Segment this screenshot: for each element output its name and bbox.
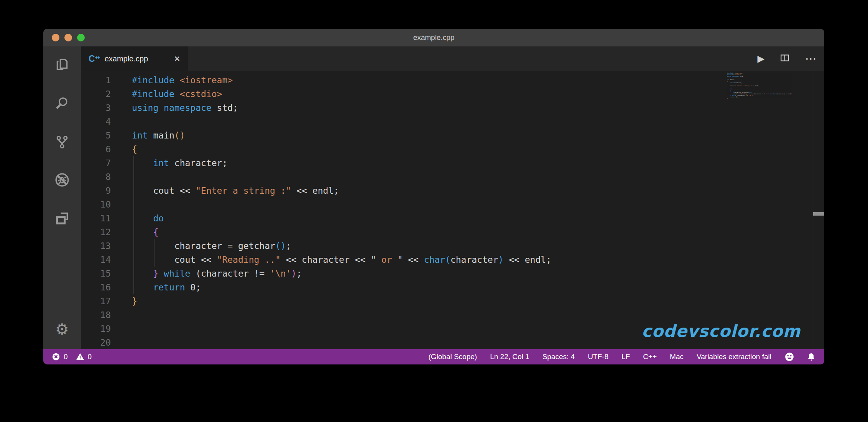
indent-guide bbox=[155, 239, 155, 267]
line-number: 12 bbox=[81, 225, 111, 239]
error-icon bbox=[52, 353, 60, 361]
status-bar: 0 0 (Global Scope)Ln 22, Col 1Spaces: 4U… bbox=[43, 349, 824, 364]
notifications-bell-icon[interactable] bbox=[807, 352, 816, 361]
code-line: 10 bbox=[81, 198, 824, 211]
more-actions-icon[interactable]: ⋯ bbox=[805, 55, 817, 63]
line-number: 16 bbox=[81, 280, 111, 294]
extensions-icon[interactable] bbox=[54, 210, 71, 227]
warning-count: 0 bbox=[88, 353, 92, 361]
scrollbar-indicator[interactable] bbox=[813, 212, 824, 216]
vscode-window: example.cpp bbox=[43, 29, 824, 364]
line-number: 14 bbox=[81, 253, 111, 267]
line-number: 3 bbox=[81, 101, 111, 115]
code-line: 13 character = getchar(); bbox=[81, 239, 824, 253]
code-line: 12 { bbox=[81, 225, 824, 239]
activity-bar: ⚙ bbox=[43, 46, 81, 349]
watermark: codevscolor.com bbox=[642, 321, 801, 341]
line-number: 7 bbox=[81, 156, 111, 170]
feedback-smiley-icon[interactable] bbox=[784, 352, 794, 362]
code-line bbox=[727, 103, 813, 104]
line-number: 1 bbox=[81, 73, 111, 87]
code-line: 7 int character; bbox=[81, 156, 824, 170]
tab-label: example.cpp bbox=[105, 54, 148, 63]
title-bar[interactable]: example.cpp bbox=[43, 29, 824, 46]
line-number: 17 bbox=[81, 294, 111, 308]
code-line: 9 cout << "Enter a string :" << endl; bbox=[81, 184, 824, 198]
error-count: 0 bbox=[64, 353, 68, 361]
indent-guide bbox=[133, 156, 134, 294]
line-number: 19 bbox=[81, 322, 111, 336]
code-line: 18 bbox=[81, 308, 824, 322]
tab-close-icon[interactable]: ✕ bbox=[174, 54, 180, 63]
code-line: 17} bbox=[81, 294, 824, 308]
code-line: 8 bbox=[81, 170, 824, 184]
minimap[interactable]: #include <iostream>#include <cstdio>usin… bbox=[725, 73, 813, 119]
line-number: 2 bbox=[81, 87, 111, 101]
status-eol[interactable]: LF bbox=[621, 353, 630, 361]
code-editor[interactable]: 1#include <iostream>2#include <cstdio>3u… bbox=[81, 71, 824, 349]
problems-indicator[interactable]: 0 0 bbox=[52, 353, 96, 361]
code-area: 1#include <iostream>2#include <cstdio>3u… bbox=[81, 73, 824, 349]
line-number: 11 bbox=[81, 211, 111, 225]
explorer-icon[interactable] bbox=[54, 56, 71, 73]
code-line: 4 bbox=[81, 115, 824, 129]
code-line: 14 cout << "Reading .." << character << … bbox=[81, 253, 824, 267]
status-scope[interactable]: (Global Scope) bbox=[428, 353, 477, 361]
debug-disabled-icon[interactable] bbox=[54, 171, 71, 188]
status-cursor-position[interactable]: Ln 22, Col 1 bbox=[490, 353, 529, 361]
editor-group: C++ example.cpp ✕ ▶ ⋯ 1#include bbox=[81, 46, 824, 349]
warning-icon bbox=[76, 353, 84, 361]
line-number: 10 bbox=[81, 198, 111, 211]
status-indentation[interactable]: Spaces: 4 bbox=[542, 353, 575, 361]
search-icon[interactable] bbox=[54, 95, 71, 112]
code-line: 15 } while (character != '\n'); bbox=[81, 267, 824, 280]
line-number: 18 bbox=[81, 308, 111, 322]
editor-actions: ▶ ⋯ bbox=[758, 46, 817, 71]
status-extension-message[interactable]: Variables extraction fail bbox=[697, 353, 771, 361]
code-line: 11 do bbox=[81, 211, 824, 225]
run-button[interactable]: ▶ bbox=[758, 53, 764, 64]
cpp-file-icon: C++ bbox=[89, 54, 100, 64]
status-right: (Global Scope)Ln 22, Col 1Spaces: 4UTF-8… bbox=[428, 353, 771, 361]
line-number: 5 bbox=[81, 129, 111, 142]
split-editor-icon[interactable] bbox=[780, 53, 790, 64]
status-language-mode[interactable]: C++ bbox=[643, 353, 657, 361]
code-line: 2#include <cstdio> bbox=[81, 87, 824, 101]
overview-ruler bbox=[813, 71, 824, 349]
code-line: 6{ bbox=[81, 142, 824, 156]
code-line: 16 return 0; bbox=[81, 280, 824, 294]
code-line: 5int main() bbox=[81, 129, 824, 142]
source-control-icon[interactable] bbox=[54, 134, 71, 150]
line-number: 15 bbox=[81, 267, 111, 280]
window-title: example.cpp bbox=[43, 29, 824, 46]
code-line: 3using namespace std; bbox=[81, 101, 824, 115]
desktop: { "window": { "title": "example.cpp", "t… bbox=[0, 0, 868, 422]
tab-example-cpp[interactable]: C++ example.cpp ✕ bbox=[81, 46, 188, 71]
settings-gear-icon[interactable]: ⚙ bbox=[54, 321, 71, 338]
status-encoding[interactable]: UTF-8 bbox=[588, 353, 608, 361]
line-number: 4 bbox=[81, 115, 111, 129]
line-number: 20 bbox=[81, 336, 111, 349]
line-number: 8 bbox=[81, 170, 111, 184]
code-line: 1#include <iostream> bbox=[81, 73, 824, 87]
status-platform[interactable]: Mac bbox=[670, 353, 684, 361]
tab-bar: C++ example.cpp ✕ ▶ ⋯ bbox=[81, 46, 824, 71]
line-number: 13 bbox=[81, 239, 111, 253]
line-number: 6 bbox=[81, 142, 111, 156]
line-number: 9 bbox=[81, 184, 111, 198]
